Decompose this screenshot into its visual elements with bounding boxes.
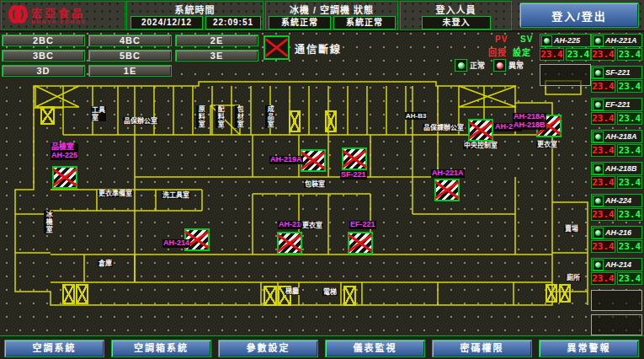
status-lamp-box [541, 35, 552, 46]
feedback-legend-label: 回授 [488, 46, 507, 58]
room-label: 廁所 [566, 274, 581, 281]
unit-name: AH-221A [605, 36, 637, 45]
normal-lamp-box [455, 59, 467, 72]
comm-fail-unit-icon[interactable] [468, 119, 493, 142]
machine-status-section: 冰機 / 空調機 狀態 系統正常 系統正常 [265, 1, 398, 30]
status-lamp-icon [594, 229, 602, 237]
stair-icon [62, 284, 75, 304]
status-lamp-icon [594, 165, 602, 173]
status-lamp-box [593, 35, 604, 46]
sv-legend-label: SV [520, 35, 533, 44]
comm-fail-unit-icon[interactable] [301, 149, 326, 172]
status-lamp-icon [594, 101, 602, 109]
room-label: 賣場 [564, 225, 579, 233]
sv-value: 23.4 [566, 48, 591, 61]
comm-fail-unit-icon[interactable] [52, 166, 77, 189]
menu-button-2[interactable]: 空調箱系統 [111, 340, 211, 357]
comm-fail-unit-icon[interactable] [348, 232, 373, 255]
abnormal-lamp-icon [496, 62, 504, 70]
floor-button-3d[interactable]: 3D [2, 65, 85, 77]
pv-value: 23.4 [591, 80, 615, 93]
floor-button-3e[interactable]: 3E [175, 50, 258, 62]
unit-name: SF-221 [605, 68, 631, 77]
unit-name: EF-221 [605, 100, 631, 109]
bottom-menu-bar: 空調系統空調箱系統參數設定儀表監視密碼權限異常警報 [0, 335, 644, 359]
unit-status-row[interactable]: AH-225 [540, 34, 591, 47]
menu-button-6[interactable]: 異常警報 [539, 340, 639, 357]
status-lamp-box [593, 67, 604, 78]
pv-value: 23.4 [591, 112, 615, 125]
status-lamp-icon [594, 37, 602, 45]
pv-value: 23.4 [591, 48, 615, 61]
sv-value: 23.4 [617, 240, 642, 253]
unit-name: AH-225 [554, 36, 580, 45]
normal-legend: 正常 [455, 59, 485, 72]
menu-button-4[interactable]: 儀表監視 [325, 340, 425, 357]
unit-name: AH-218A [605, 132, 637, 141]
status-lamp-box [593, 196, 604, 206]
setpoint-legend-label: 設定 [513, 46, 531, 58]
unit-status-row[interactable]: EF-221 [591, 98, 642, 111]
status-lamp-icon [594, 69, 602, 77]
floor-button-5bc[interactable]: 5BC [88, 50, 172, 62]
status-lamp-box [593, 99, 604, 110]
room-label: 更衣準備室 [98, 190, 133, 197]
status-lamp-box [593, 228, 604, 238]
pv-value: 23.4 [591, 240, 615, 253]
system-date-value: 2024/12/12 [130, 16, 203, 29]
scada-screen: 宏亞食品 HUNYA FOODS 系統時間 2024/12/12 22:09:5… [0, 0, 644, 359]
floor-button-4bc[interactable]: 4BC [88, 35, 172, 46]
ahu-status-value: 系統正常 [333, 16, 396, 29]
pv-value: 23.4 [540, 48, 564, 61]
pv-value: 23.4 [591, 144, 615, 157]
unit-status-row[interactable]: AH-214 [591, 258, 642, 271]
login-logout-button[interactable]: 登入/登出 [519, 3, 639, 28]
unit-tag: AH-219A [269, 156, 303, 164]
logo: 宏亞食品 HUNYA FOODS [1, 1, 125, 30]
comm-fail-unit-icon[interactable] [277, 232, 302, 255]
login-user-value: 未登入 [422, 16, 491, 29]
status-lamp-icon [594, 133, 602, 141]
unit-tag: AH-221A [431, 169, 465, 178]
normal-legend-label: 正常 [470, 60, 485, 71]
abnormal-legend-label: 異常 [508, 60, 524, 71]
unit-status-row[interactable]: AH-221A [591, 34, 642, 47]
room-label: 品保課辦公室 [423, 124, 465, 131]
unit-status-row[interactable]: AH-218B [591, 162, 642, 175]
sv-value: 23.4 [617, 176, 642, 189]
room-label: 包裝室 [304, 180, 326, 188]
comm-fail-unit-icon[interactable] [434, 179, 460, 201]
sv-value: 23.4 [617, 112, 642, 125]
status-lamp-icon [543, 37, 551, 45]
room-label: 電梯 [322, 288, 338, 296]
stair-icon [76, 284, 88, 304]
empty-slot [540, 64, 591, 86]
floor-button-2bc[interactable]: 2BC [2, 35, 85, 46]
top-bar: 宏亞食品 HUNYA FOODS 系統時間 2024/12/12 22:09:5… [0, 0, 644, 32]
pv-value: 23.4 [591, 208, 615, 221]
login-button-wrap: 登入/登出 [514, 1, 643, 30]
room-label: 配料室 [216, 105, 225, 128]
floor-button-2e[interactable]: 2E [175, 35, 258, 46]
floor-button-3bc[interactable]: 3BC [2, 50, 85, 62]
normal-lamp-icon [457, 62, 466, 70]
floor-button-1e[interactable]: 1E [88, 65, 172, 77]
unit-tag: AH-218A AH-218B [513, 113, 546, 130]
empty-slot [591, 290, 642, 311]
status-lamp-icon [594, 197, 602, 205]
status-lamp-box [593, 131, 604, 142]
unit-tag: SF-221 [340, 171, 367, 180]
unit-status-row[interactable]: AH-218A [591, 130, 642, 143]
comm-fail-unit-icon[interactable] [342, 147, 367, 170]
unit-status-row[interactable]: SF-221 [591, 66, 642, 79]
menu-button-3[interactable]: 參數設定 [218, 340, 318, 357]
room-label: 工具 室 [91, 106, 106, 121]
unit-status-row[interactable]: AH-216 [591, 226, 642, 239]
unit-status-row[interactable]: AH-224 [591, 194, 642, 207]
room-label: 成品室 [265, 105, 274, 128]
logo-icon [8, 5, 28, 27]
pv-value: 23.4 [591, 272, 615, 285]
stair-icon [40, 106, 55, 125]
menu-button-1[interactable]: 空調系統 [4, 340, 104, 357]
menu-button-5[interactable]: 密碼權限 [432, 340, 532, 357]
